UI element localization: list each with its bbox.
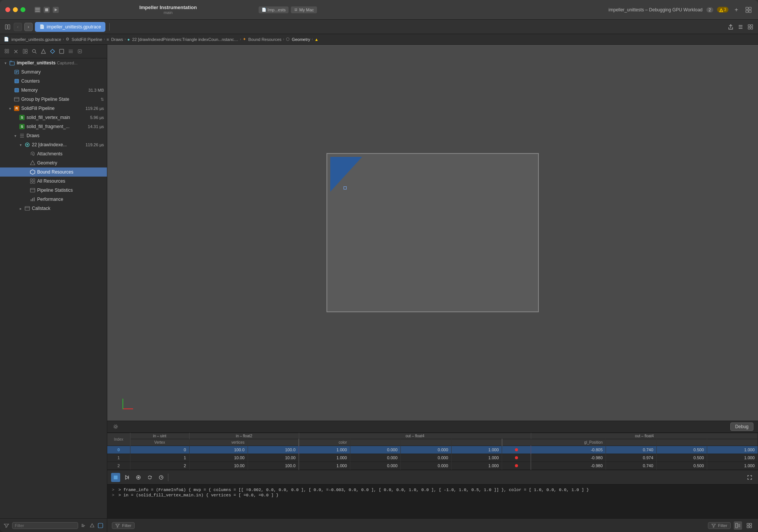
sidebar-tool-layout[interactable] — [21, 48, 29, 55]
cell-cg-1: 0.000 — [350, 454, 401, 462]
sidebar-tool-diamond[interactable] — [49, 48, 56, 55]
sidebar-tool-search[interactable] — [30, 48, 38, 55]
breadcrumb-pill-mac[interactable]: 🖥 My Mac — [291, 6, 317, 13]
sidebar-item-geometry[interactable]: Geometry — [0, 158, 107, 167]
sidebar-tool-grid[interactable] — [3, 48, 11, 55]
sidebar-icon-draw22 — [24, 142, 30, 148]
minimize-button[interactable] — [13, 7, 18, 12]
sidebar-arrow-solidfill[interactable] — [8, 106, 12, 111]
sidebar-item-summary[interactable]: Summary — [0, 67, 107, 77]
file-tab[interactable]: 📄 impeller_unittests.gputrace — [35, 22, 105, 32]
layout-button[interactable] — [744, 6, 753, 14]
sidebar-item-memory[interactable]: Memory 31.3 MB — [0, 86, 107, 95]
breadcrumb-icon-0: 📄 — [4, 37, 9, 42]
table-row[interactable]: 2 2 10.00 100.0 1.000 0.000 0.000 1.000 … — [107, 462, 758, 470]
sidebar-label-geometry: Geometry — [37, 160, 104, 166]
table-row[interactable]: 1 1 10.00 10.00 1.000 0.000 0.000 1.000 … — [107, 454, 758, 462]
cell-cb-0: 0.000 — [401, 446, 452, 454]
table-row[interactable]: 0 0 100.0 100.0 1.000 0.000 0.000 1.000 … — [107, 446, 758, 454]
refresh-button[interactable] — [145, 473, 154, 482]
sidebar-item-group-pipeline[interactable]: Group by Pipeline State ⇅ — [0, 95, 107, 104]
add-tab-button[interactable]: + — [732, 6, 741, 14]
breadcrumb-icon-2: ≡ — [107, 37, 109, 42]
breadcrumb-item-6[interactable]: ▲ — [314, 37, 319, 42]
viewport[interactable] — [107, 45, 758, 421]
breadcrumb-item-1[interactable]: SolidFill Pipeline — [72, 37, 102, 42]
view-toggle-right[interactable] — [745, 521, 753, 530]
status-bar: Filter Filter — [107, 518, 758, 532]
list-view-button[interactable] — [737, 23, 744, 31]
col-vertices-y-header — [248, 439, 299, 446]
col-color-a-header — [451, 439, 502, 446]
stop-button[interactable] — [44, 7, 50, 13]
debug-button[interactable]: Debug — [730, 422, 753, 431]
sidebar-item-pipeline-stats[interactable]: Pipeline Statistics — [0, 186, 107, 195]
table-settings-button[interactable] — [112, 423, 119, 430]
forward-button[interactable]: › — [24, 23, 33, 31]
sidebar-tool-lines[interactable] — [67, 48, 74, 55]
breadcrumb-item-2[interactable]: Draws — [111, 37, 123, 42]
play-button[interactable] — [53, 7, 59, 13]
breadcrumb-item-5[interactable]: Geometry — [292, 37, 310, 42]
layout-view-button[interactable] — [747, 23, 754, 31]
view-toggle-left[interactable] — [734, 521, 742, 530]
sidebar-footer-icon2[interactable] — [89, 523, 95, 528]
sidebar-icon-draws — [19, 133, 25, 139]
sidebar-item-draw22[interactable]: 22 [drawIndexe... 119.26 µs — [0, 140, 107, 149]
close-button[interactable] — [5, 7, 10, 12]
sidebar-item-fragment-main[interactable]: S solid_fill_fragment_... 14.31 µs — [0, 122, 107, 131]
clock-button[interactable] — [157, 473, 166, 482]
sidebar-footer-icon3[interactable] — [98, 523, 103, 528]
sidebar-icon-solidfill: R — [14, 105, 20, 111]
vertex-dot[interactable] — [344, 186, 347, 189]
col-group-glpos: out – float4 — [531, 433, 758, 439]
sidebar-arrow-callstack[interactable] — [18, 206, 23, 211]
sidebar-footer — [0, 518, 107, 532]
sidebar-tool-dotgrid[interactable] — [76, 48, 83, 55]
sidebar-item-performance[interactable]: Performance — [0, 195, 107, 204]
sidebar: impeller_unittests Captured... Summary — [0, 45, 107, 532]
breadcrumb-item-3[interactable]: 22 [drawIndexedPrimitives:Triangle index… — [132, 37, 238, 42]
sidebar-item-draws[interactable]: Draws — [0, 131, 107, 140]
sidebar-item-callstack[interactable]: Callstack — [0, 204, 107, 213]
sidebar-item-solidfill[interactable]: R SolidFill Pipeline 119.26 µs — [0, 104, 107, 113]
sidebar-tool-triangle[interactable] — [39, 48, 47, 55]
sidebar-item-vertex-main[interactable]: S solid_fill_vertex_main 5.96 µs — [0, 113, 107, 122]
sidebar-footer-icon1[interactable] — [81, 523, 86, 528]
sidebar-arrow-root[interactable] — [3, 61, 8, 65]
cell-glx-2: -0.980 — [531, 462, 606, 470]
step-forward-button[interactable] — [122, 473, 132, 482]
sidebar-collapse-button[interactable] — [4, 23, 11, 31]
left-filter[interactable]: Filter — [112, 522, 135, 529]
svg-rect-20 — [5, 49, 6, 51]
breadcrumb-pill-tests[interactable]: 📄 Imp...ests — [259, 6, 289, 13]
svg-rect-61 — [32, 198, 33, 201]
share-button[interactable] — [727, 23, 734, 31]
sidebar-item-root[interactable]: impeller_unittests Captured... — [0, 58, 107, 67]
sidebar-tool-x[interactable] — [12, 48, 20, 55]
sidebar-toggle-button[interactable] — [35, 7, 41, 13]
app-title: Impeller Instrumentation — [139, 5, 197, 10]
record-button[interactable] — [134, 473, 143, 482]
svg-marker-4 — [55, 8, 57, 11]
sidebar-filter-input[interactable] — [12, 522, 78, 529]
expand-button[interactable] — [745, 473, 754, 482]
sidebar-item-attachments[interactable]: Attachments — [0, 149, 107, 158]
maximize-button[interactable] — [20, 7, 25, 12]
sidebar-item-bound-resources[interactable]: Bound Resources — [0, 167, 107, 177]
sidebar-item-counters[interactable]: Counters — [0, 77, 107, 86]
console-line-1: > > in = (solid_fill_vertex_main.in) { v… — [112, 493, 753, 498]
breadcrumb-item-4[interactable]: Bound Resources — [248, 37, 281, 42]
cell-glx-1: -0.980 — [531, 454, 606, 462]
sidebar-arrow-draws[interactable] — [13, 133, 17, 138]
svg-rect-19 — [751, 27, 753, 29]
cell-cr-2: 1.000 — [299, 462, 350, 470]
sidebar-tool-rect[interactable] — [58, 48, 65, 55]
svg-marker-32 — [50, 49, 55, 53]
right-filter[interactable]: Filter — [708, 522, 731, 529]
sidebar-item-all-resources[interactable]: All Resources — [0, 177, 107, 186]
back-button[interactable]: ‹ — [14, 23, 22, 31]
play-frame-button[interactable] — [111, 473, 120, 482]
breadcrumb-item-0[interactable]: impeller_unittests.gputrace — [11, 37, 61, 42]
sidebar-arrow-draw22[interactable] — [18, 142, 23, 147]
